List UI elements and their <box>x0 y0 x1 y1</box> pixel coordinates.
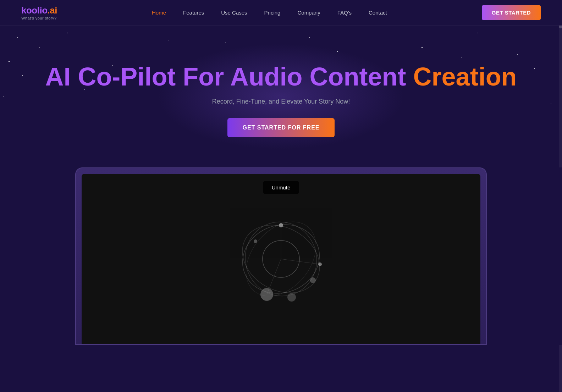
logo-tagline: What's your story? <box>21 16 57 20</box>
svg-line-11 <box>267 259 281 294</box>
hero-section: AI Co-Pilot For Audio Content Creation R… <box>0 26 562 167</box>
nav-faq[interactable]: FAQ's <box>337 10 352 16</box>
nav-features[interactable]: Features <box>183 10 204 16</box>
logo-text: koolio.ai <box>21 5 57 16</box>
svg-line-12 <box>281 259 320 264</box>
video-screen: Unmute <box>82 174 480 344</box>
audio-visualization <box>231 209 331 309</box>
get-started-hero-button[interactable]: GET STARTED FOR FREE <box>227 118 334 137</box>
navbar: koolio.ai What's your story? Home Featur… <box>0 0 562 26</box>
svg-point-9 <box>310 277 316 283</box>
laptop-frame: Unmute <box>75 167 487 345</box>
nav-links: Home Features Use Cases Pricing Company … <box>152 10 387 16</box>
logo[interactable]: koolio.ai What's your story? <box>21 5 57 20</box>
nav-company[interactable]: Company <box>297 10 320 16</box>
get-started-nav-button[interactable]: GET STARTED <box>482 5 541 20</box>
nav-use-cases[interactable]: Use Cases <box>221 10 247 16</box>
hero-title-part1: AI Co-Pilot For Audio Content <box>45 62 406 91</box>
hero-title: AI Co-Pilot For Audio Content Creation <box>45 63 517 91</box>
svg-point-10 <box>254 239 257 243</box>
stars-background <box>0 26 562 167</box>
nav-pricing[interactable]: Pricing <box>264 10 281 16</box>
svg-point-8 <box>287 293 296 302</box>
laptop-container: Unmute <box>75 167 487 345</box>
hero-subtitle: Record, Fine-Tune, and Elevate Your Stor… <box>212 98 350 105</box>
unmute-button[interactable]: Unmute <box>263 181 299 194</box>
nav-contact[interactable]: Contact <box>369 10 387 16</box>
nav-home[interactable]: Home <box>152 10 166 16</box>
hero-title-part2: Creation <box>406 62 517 91</box>
